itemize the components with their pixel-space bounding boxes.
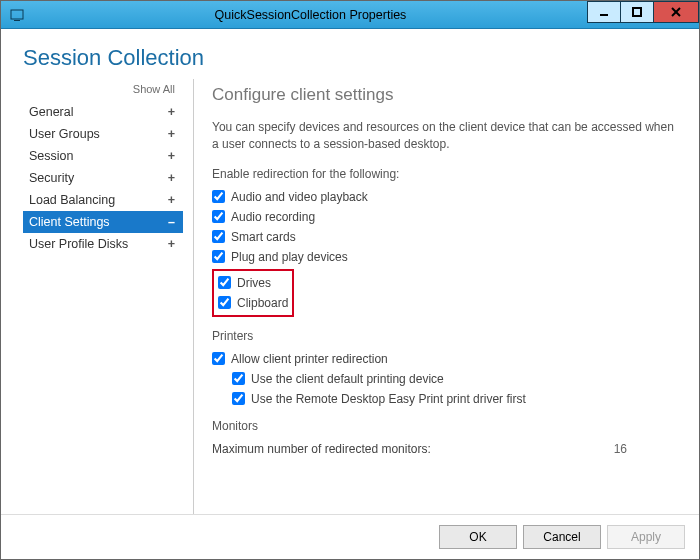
expand-icon: + [168, 237, 175, 251]
monitors-row: Maximum number of redirected monitors: [212, 439, 632, 459]
dialog-footer: OK Cancel Apply [1, 514, 699, 559]
sidebar-item-label: Load Balancing [29, 193, 115, 207]
sidebar-item-security[interactable]: Security + [23, 167, 183, 189]
ok-button[interactable]: OK [439, 525, 517, 549]
sidebar-item-user-groups[interactable]: User Groups + [23, 123, 183, 145]
section-description: You can specify devices and resources on… [212, 119, 675, 153]
sidebar-item-label: General [29, 105, 73, 119]
page-title: Session Collection [1, 29, 699, 79]
highlight-box: Drives Clipboard [212, 269, 294, 317]
checkbox-input[interactable] [218, 296, 231, 309]
expand-icon: + [168, 105, 175, 119]
sidebar-item-general[interactable]: General + [23, 101, 183, 123]
vertical-divider [193, 79, 194, 514]
expand-icon: + [168, 127, 175, 141]
sidebar: Show All General + User Groups + Session… [23, 79, 183, 514]
checkbox-label: Use the Remote Desktop Easy Print print … [251, 392, 526, 406]
checkbox-printer-easyprint[interactable]: Use the Remote Desktop Easy Print print … [232, 389, 675, 409]
minimize-button[interactable] [587, 1, 621, 23]
app-icon [7, 5, 27, 25]
checkbox-label: Use the client default printing device [251, 372, 444, 386]
checkbox-input[interactable] [212, 210, 225, 223]
checkbox-label: Smart cards [231, 230, 296, 244]
checkbox-input[interactable] [232, 392, 245, 405]
section-title: Configure client settings [212, 85, 675, 105]
svg-rect-1 [14, 20, 20, 21]
expand-icon: + [168, 193, 175, 207]
checkbox-pnp-devices[interactable]: Plug and play devices [212, 247, 675, 267]
checkbox-audio-video[interactable]: Audio and video playback [212, 187, 675, 207]
sidebar-item-label: User Profile Disks [29, 237, 128, 251]
checkbox-label: Drives [237, 276, 271, 290]
sidebar-item-label: Session [29, 149, 73, 163]
show-all-link[interactable]: Show All [23, 79, 183, 101]
sidebar-item-label: User Groups [29, 127, 100, 141]
checkbox-audio-recording[interactable]: Audio recording [212, 207, 675, 227]
maximize-button[interactable] [620, 1, 654, 23]
checkbox-input[interactable] [232, 372, 245, 385]
checkbox-label: Audio and video playback [231, 190, 368, 204]
checkbox-clipboard[interactable]: Clipboard [218, 293, 288, 313]
window-title: QuickSessionCollection Properties [33, 8, 588, 22]
sidebar-item-load-balancing[interactable]: Load Balancing + [23, 189, 183, 211]
svg-rect-0 [11, 10, 23, 19]
checkbox-label: Plug and play devices [231, 250, 348, 264]
checkbox-input[interactable] [218, 276, 231, 289]
checkbox-input[interactable] [212, 352, 225, 365]
checkbox-smart-cards[interactable]: Smart cards [212, 227, 675, 247]
checkbox-label: Allow client printer redirection [231, 352, 388, 366]
sidebar-item-session[interactable]: Session + [23, 145, 183, 167]
sidebar-item-label: Security [29, 171, 74, 185]
expand-icon: + [168, 171, 175, 185]
checkbox-input[interactable] [212, 230, 225, 243]
cancel-button[interactable]: Cancel [523, 525, 601, 549]
enable-redirection-label: Enable redirection for the following: [212, 167, 675, 181]
titlebar: QuickSessionCollection Properties [1, 1, 699, 29]
close-button[interactable] [653, 1, 699, 23]
printers-label: Printers [212, 329, 675, 343]
monitors-label: Monitors [212, 419, 675, 433]
apply-button: Apply [607, 525, 685, 549]
max-monitors-input[interactable] [584, 439, 632, 459]
main-panel: Configure client settings You can specif… [212, 79, 699, 514]
window-controls [588, 1, 699, 28]
checkbox-label: Clipboard [237, 296, 288, 310]
monitors-row-label: Maximum number of redirected monitors: [212, 442, 431, 456]
checkbox-printer-redir[interactable]: Allow client printer redirection [212, 349, 675, 369]
svg-rect-2 [600, 14, 608, 16]
checkbox-input[interactable] [212, 190, 225, 203]
checkbox-label: Audio recording [231, 210, 315, 224]
sidebar-item-client-settings[interactable]: Client Settings – [23, 211, 183, 233]
sidebar-item-user-profile-disks[interactable]: User Profile Disks + [23, 233, 183, 255]
checkbox-drives[interactable]: Drives [218, 273, 288, 293]
checkbox-printer-default[interactable]: Use the client default printing device [232, 369, 675, 389]
sidebar-item-label: Client Settings [29, 215, 110, 229]
svg-rect-3 [633, 8, 641, 16]
expand-icon: + [168, 149, 175, 163]
collapse-icon: – [168, 215, 175, 229]
checkbox-input[interactable] [212, 250, 225, 263]
